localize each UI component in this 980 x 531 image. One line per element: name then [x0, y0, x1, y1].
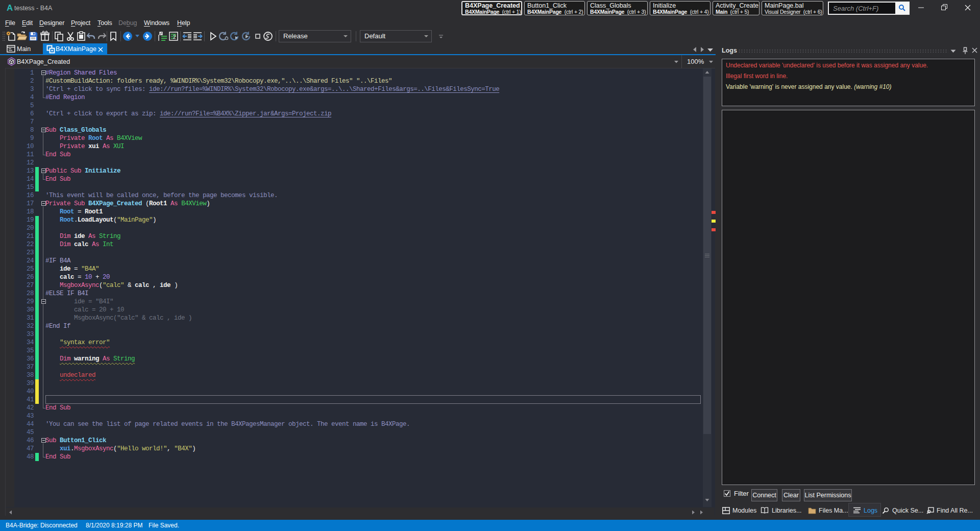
svg-text:2: 2: [173, 34, 176, 40]
